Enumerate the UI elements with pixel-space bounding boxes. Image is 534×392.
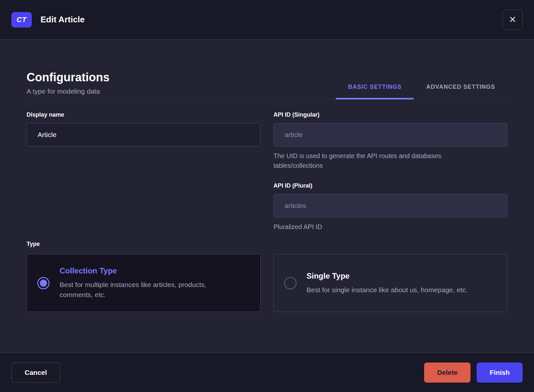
collection-type-description: Best for multiple instances like article… [60,280,238,300]
type-options: Collection Type Best for multiple instan… [27,254,507,312]
form-right-column: API ID (Singular) The UID is used to gen… [273,111,507,232]
collection-type-radio[interactable] [37,277,50,289]
single-type-card[interactable]: Single Type Best for single instance lik… [273,254,507,312]
single-type-text: Single Type Best for single instance lik… [307,271,468,295]
close-button[interactable]: ✕ [503,10,523,30]
type-label: Type [27,241,507,248]
modal-title: Edit Article [41,15,85,25]
type-section: Type Collection Type Best for multiple i… [27,241,507,312]
api-id-singular-label: API ID (Singular) [273,111,507,118]
single-type-description: Best for single instance like about us, … [307,285,468,295]
tab-basic-settings[interactable]: BASIC SETTINGS [336,84,414,99]
collection-type-text: Collection Type Best for multiple instan… [60,266,238,300]
modal-header: CT Edit Article ✕ [0,0,534,40]
api-id-singular-helper: The UID is used to generate the API rout… [273,151,484,170]
close-icon: ✕ [509,15,516,24]
configuration-form: Display name API ID (Singular) The UID i… [27,111,507,232]
display-name-field: Display name [27,111,261,146]
api-id-plural-helper: Pluralized API ID [273,222,484,232]
tab-advanced-settings[interactable]: ADVANCED SETTINGS [414,84,507,99]
delete-button[interactable]: Delete [424,363,470,383]
display-name-label: Display name [27,111,261,118]
api-id-singular-field: API ID (Singular) The UID is used to gen… [273,111,507,170]
content-type-badge: CT [11,12,32,28]
collection-type-card[interactable]: Collection Type Best for multiple instan… [27,254,261,312]
api-id-plural-field: API ID (Plural) Pluralized API ID [273,182,507,232]
api-id-plural-input[interactable] [273,194,507,217]
collection-type-title: Collection Type [60,266,238,275]
settings-tabs: BASIC SETTINGS ADVANCED SETTINGS [336,84,507,99]
single-type-title: Single Type [307,271,468,281]
modal-footer: Cancel Delete Finish [0,352,534,392]
api-id-plural-label: API ID (Plural) [273,182,507,189]
page-title: Configurations [27,71,110,84]
configurations-header: Configurations A type for modeling data … [27,71,507,99]
api-id-singular-input[interactable] [273,123,507,146]
cancel-button[interactable]: Cancel [11,363,60,383]
configurations-heading-block: Configurations A type for modeling data [27,71,110,99]
form-left-column: Display name [27,111,261,232]
display-name-input[interactable] [27,123,261,146]
finish-button[interactable]: Finish [477,363,523,383]
single-type-radio[interactable] [284,277,296,289]
content-type-badge-label: CT [17,16,26,24]
page-subtitle: A type for modeling data [27,87,110,95]
modal-body: Configurations A type for modeling data … [0,40,534,352]
